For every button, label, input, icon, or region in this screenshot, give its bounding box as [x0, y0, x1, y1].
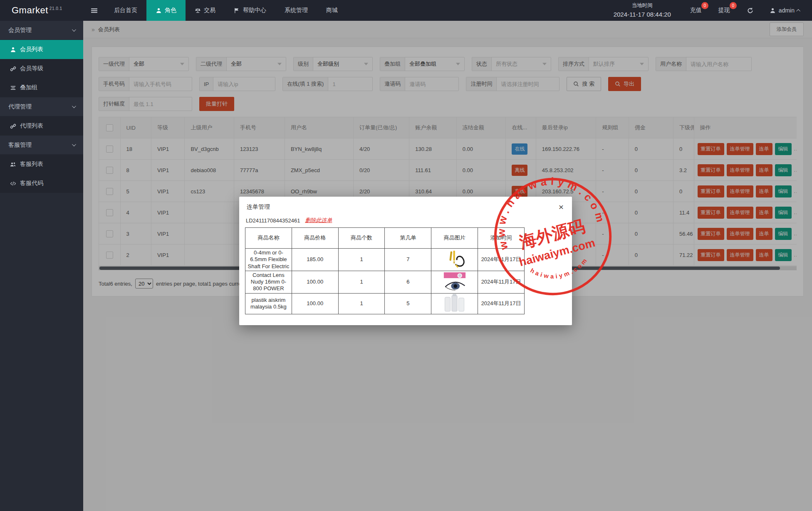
sidebar-group-0[interactable]: 会员管理: [0, 21, 83, 40]
modal-header: 连单管理 ×: [239, 197, 572, 215]
nav-item-0[interactable]: 后台首页: [105, 0, 146, 21]
cell-order-seq: 7: [385, 249, 431, 271]
flag-icon: [234, 7, 240, 14]
people-icon: [10, 161, 16, 168]
refresh-icon: [747, 7, 754, 14]
modal-title: 连单管理: [247, 203, 270, 211]
modal-column-header: 商品名称: [245, 228, 292, 249]
nav-item-3[interactable]: 帮助中心: [225, 0, 275, 21]
chevron-down-icon: [72, 104, 76, 108]
recharge-button[interactable]: 充值 0: [682, 0, 710, 21]
cell-order-seq: 5: [385, 293, 431, 314]
modal-column-header: 商品图片: [431, 228, 478, 249]
sidebar-item-label: 代理列表: [20, 122, 43, 130]
nav-item-1[interactable]: 角色: [146, 0, 186, 21]
cell-product-price: 100.00: [292, 271, 338, 293]
sidebar-group-2[interactable]: 客服管理: [0, 136, 83, 155]
sidebar-item-叠加组[interactable]: 叠加组: [0, 78, 83, 97]
cell-product-price: 100.00: [292, 293, 338, 314]
person-icon: [156, 7, 162, 14]
recharge-badge: 0: [701, 2, 708, 9]
cell-product-qty: 1: [338, 271, 385, 293]
sidebar-group-label: 会员管理: [8, 27, 32, 34]
code-icon: [10, 180, 16, 187]
link-icon: [10, 66, 16, 72]
modal-column-header: 添加时间: [478, 228, 525, 249]
withdraw-label: 提现: [718, 7, 730, 14]
modal-column-header: 第几单: [385, 228, 431, 249]
sidebar-group-label: 代理管理: [8, 103, 32, 111]
plastic-containers-image: [431, 293, 478, 314]
linked-order-modal: 连单管理 × LD2411170844352461 删除此连单 商品名称商品价格…: [239, 197, 572, 325]
nav-item-label: 帮助中心: [243, 7, 266, 14]
app-version: 21.0.1: [50, 6, 62, 11]
modal-column-header: 商品个数: [338, 228, 385, 249]
modal-table-header-row: 商品名称商品价格商品个数第几单商品图片添加时间: [245, 228, 525, 249]
sidebar-item-客服代码[interactable]: 客服代码: [0, 174, 83, 193]
app-logo-text: Gmarket: [12, 5, 48, 16]
cell-product-name: plastik aiskrim malaysia 0.5kg: [245, 293, 292, 314]
recharge-label: 充值: [690, 7, 702, 14]
cell-add-date: 2024年11月17日: [478, 271, 525, 293]
sidebar-group-1[interactable]: 代理管理: [0, 97, 83, 116]
nav-item-label: 交易: [204, 7, 215, 14]
contact-lens-image: [431, 271, 478, 293]
local-time-value: 2024-11-17 08:44:20: [614, 10, 671, 19]
sidebar: 会员管理会员列表会员等级叠加组代理管理代理列表客服管理客服列表客服代码: [0, 21, 83, 511]
sidebar-item-label: 客服列表: [20, 160, 43, 168]
sidebar-group-items: 客服列表客服代码: [0, 155, 83, 193]
order-id: LD2411170844352461: [246, 217, 300, 224]
cell-product-price: 185.00: [292, 249, 338, 271]
cell-product-qty: 1: [338, 249, 385, 271]
sidebar-item-会员列表[interactable]: 会员列表: [0, 40, 83, 59]
cell-add-date: 2024年11月17日: [478, 293, 525, 314]
drill-tools-image: [431, 249, 478, 271]
sidebar-group-items: 会员列表会员等级叠加组: [0, 40, 83, 97]
nav-item-2[interactable]: 交易: [186, 0, 225, 21]
nav-item-label: 角色: [165, 7, 176, 14]
sidebar-toggle-button[interactable]: [83, 0, 105, 21]
sidebar-item-label: 会员列表: [20, 46, 43, 53]
hamburger-icon: [91, 7, 98, 14]
sidebar-item-代理列表[interactable]: 代理列表: [0, 116, 83, 136]
close-icon[interactable]: ×: [559, 202, 564, 211]
nav-item-5[interactable]: 商城: [317, 0, 347, 21]
withdraw-button[interactable]: 提现 0: [710, 0, 738, 21]
app-logo: Gmarket 21.0.1: [0, 0, 83, 21]
refresh-button[interactable]: [738, 0, 762, 21]
sidebar-item-label: 客服代码: [20, 180, 43, 187]
navbar-right: 当地时间 2024-11-17 08:44:20 充值 0 提现 0 admin: [603, 0, 812, 21]
chevron-up-icon: [796, 9, 800, 13]
delete-linked-order-link[interactable]: 删除此连单: [305, 217, 332, 224]
nav-item-4[interactable]: 系统管理: [275, 0, 317, 21]
main-area: » 会员列表 添加会员 一级代理全部二级代理全部级别全部级别叠加组全部叠加组状态…: [83, 21, 812, 511]
top-navbar: Gmarket 21.0.1 后台首页角色交易帮助中心系统管理商城 当地时间 2…: [0, 0, 812, 21]
person-icon: [10, 47, 16, 53]
sidebar-group-label: 客服管理: [8, 141, 32, 149]
local-time-block: 当地时间 2024-11-17 08:44:20: [603, 0, 682, 21]
cell-order-seq: 6: [385, 271, 431, 293]
withdraw-badge: 0: [730, 2, 737, 9]
main-menu: 后台首页角色交易帮助中心系统管理商城: [105, 0, 347, 21]
scales-icon: [195, 7, 201, 14]
admin-name: admin: [779, 7, 795, 14]
linked-order-table: 商品名称商品价格商品个数第几单商品图片添加时间 0-4mm or 0-6.5mm…: [245, 227, 525, 314]
modal-table-row: Contact Lens Nudy 16mm 0-800 POWER100.00…: [245, 271, 525, 293]
list-icon: [10, 85, 16, 91]
modal-table-row: 0-4mm or 0-6.5mm Flexible Shaft For Elec…: [245, 249, 525, 271]
chevron-down-icon: [72, 27, 76, 32]
cell-product-name: Contact Lens Nudy 16mm 0-800 POWER: [245, 271, 292, 293]
sidebar-item-客服列表[interactable]: 客服列表: [0, 155, 83, 174]
sidebar-item-label: 叠加组: [20, 84, 37, 91]
person-icon: [770, 7, 776, 14]
cell-product-name: 0-4mm or 0-6.5mm Flexible Shaft For Elec…: [245, 249, 292, 271]
sidebar-item-会员等级[interactable]: 会员等级: [0, 59, 83, 78]
link-icon: [10, 123, 16, 129]
chevron-down-icon: [72, 142, 76, 146]
cell-product-qty: 1: [338, 293, 385, 314]
admin-menu[interactable]: admin: [762, 0, 812, 21]
cell-add-date: 2024年11月17日: [478, 249, 525, 271]
nav-item-label: 后台首页: [114, 7, 137, 14]
modal-table-row: plastik aiskrim malaysia 0.5kg100.001520…: [245, 293, 525, 314]
nav-item-label: 系统管理: [285, 7, 308, 14]
